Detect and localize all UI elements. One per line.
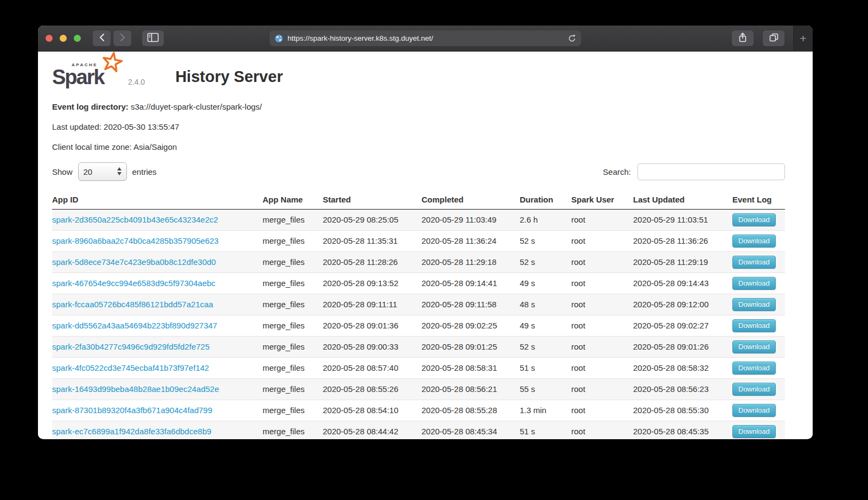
download-button[interactable]: Download [732, 340, 776, 353]
search-label: Search: [603, 167, 631, 176]
applications-table: App IDApp NameStartedCompletedDurationSp… [52, 191, 785, 439]
app-name-cell: merge_files [263, 252, 323, 273]
forward-button[interactable] [113, 30, 131, 46]
last-updated-cell: 2020-05-28 09:12:00 [633, 294, 732, 315]
download-button[interactable]: Download [732, 404, 776, 417]
app-id-link[interactable]: spark-2fa30b4277c9496c9d929fd5fd2fe725 [52, 342, 209, 351]
started-cell: 2020-05-28 09:13:52 [323, 273, 422, 294]
server-info: Event log directory: s3a://duyet-spark-c… [52, 102, 785, 152]
completed-cell: 2020-05-28 11:29:18 [422, 252, 520, 273]
page-title: History Server [175, 69, 283, 87]
download-button[interactable]: Download [732, 319, 776, 332]
spark-user-cell: root [571, 294, 633, 315]
event-log-cell: Download [732, 358, 785, 379]
completed-cell: 2020-05-28 09:14:41 [422, 273, 520, 294]
app-id-link[interactable]: spark-fccaa05726bc485f86121bdd57a21caa [52, 300, 213, 309]
download-button[interactable]: Download [732, 383, 776, 396]
completed-cell: 2020-05-29 11:03:49 [422, 210, 520, 231]
reload-icon[interactable] [568, 34, 576, 43]
spark-user-cell: root [571, 379, 633, 400]
duration-cell: 52 s [520, 337, 571, 358]
app-id-cell: spark-87301b89320f4a3fb671a904c4fad799 [52, 400, 263, 421]
spark-user-cell: root [571, 273, 633, 294]
table-row: spark-87301b89320f4a3fb671a904c4fad799 m… [52, 400, 785, 421]
new-tab-button[interactable]: + [793, 26, 813, 52]
app-id-link[interactable]: spark-87301b89320f4a3fb671a904c4fad799 [52, 406, 212, 415]
entries-per-page-select[interactable]: 20 [78, 162, 127, 181]
app-name-cell: merge_files [263, 210, 323, 231]
last-updated-cell: 2020-05-28 08:56:23 [633, 379, 732, 400]
event-log-cell: Download [732, 231, 785, 252]
address-bar[interactable]: https://spark-history-server.k8s.stg.duy… [270, 30, 581, 46]
sidebar-toggle-button[interactable] [142, 30, 164, 46]
event-log-cell: Download [732, 400, 785, 421]
sidebar-icon [147, 33, 159, 44]
spark-user-cell: root [571, 252, 633, 273]
download-button[interactable]: Download [732, 362, 776, 375]
download-button[interactable]: Download [732, 213, 776, 226]
completed-cell: 2020-05-28 09:02:25 [422, 315, 520, 337]
app-id-cell: spark-8960a6baa2c74b0ca4285b357905e623 [52, 231, 263, 252]
event-log-cell: Download [732, 315, 785, 337]
table-row: spark-2d3650a225cb4091b43e65c43234e2c2 m… [52, 210, 785, 231]
globe-icon [275, 34, 283, 43]
column-header-event-log[interactable]: Event Log [732, 191, 785, 210]
spark-history-page: APACHE Spark 2.4.0 History Server Event … [38, 52, 813, 439]
app-name-cell: merge_files [263, 337, 323, 358]
column-header-completed[interactable]: Completed [422, 191, 520, 210]
back-button[interactable] [93, 30, 111, 46]
app-name-cell: merge_files [263, 400, 323, 421]
spark-version: 2.4.0 [128, 78, 145, 87]
tab-overview-button[interactable] [763, 30, 784, 46]
column-header-last-updated[interactable]: Last Updated [633, 191, 732, 210]
event-log-directory-value: s3a://duyet-spark-cluster/spark-logs/ [131, 102, 262, 111]
share-button[interactable] [732, 30, 754, 46]
app-id-cell: spark-dd5562a43aa54694b223bf890d927347 [52, 315, 263, 337]
table-row: spark-fccaa05726bc485f86121bdd57a21caa m… [52, 294, 785, 315]
started-cell: 2020-05-28 11:35:31 [323, 231, 422, 252]
completed-cell: 2020-05-28 11:36:24 [422, 231, 520, 252]
event-log-cell: Download [732, 273, 785, 294]
table-header-row: App IDApp NameStartedCompletedDurationSp… [52, 191, 785, 210]
entries-control: Show 20 entries [52, 162, 157, 181]
show-label: Show [52, 167, 73, 176]
minimize-window-button[interactable] [60, 35, 67, 42]
duration-cell: 2.6 h [520, 210, 571, 231]
toolbar-right-buttons [732, 30, 784, 46]
close-window-button[interactable] [46, 35, 53, 42]
column-header-spark-user[interactable]: Spark User [571, 191, 633, 210]
app-id-link[interactable]: spark-4fc0522cd3e745ecbaf41b73f97ef142 [52, 363, 209, 372]
duration-cell: 52 s [520, 231, 571, 252]
column-header-app-name[interactable]: App Name [263, 191, 323, 210]
table-row: spark-16493d99beba48b28ae1b09ec24ad52e m… [52, 379, 785, 400]
app-id-link[interactable]: spark-467654e9cc994e6583d9c5f97304aebc [52, 279, 215, 288]
duration-cell: 49 s [520, 273, 571, 294]
app-id-link[interactable]: spark-2d3650a225cb4091b43e65c43234e2c2 [52, 215, 218, 224]
timezone-line: Client local time zone: Asia/Saigon [52, 142, 785, 152]
app-name-cell: merge_files [263, 358, 323, 379]
last-updated-cell: 2020-05-28 08:45:35 [633, 421, 732, 440]
event-log-cell: Download [732, 294, 785, 315]
app-id-link[interactable]: spark-dd5562a43aa54694b223bf890d927347 [52, 321, 217, 330]
event-log-cell: Download [732, 421, 785, 440]
duration-cell: 49 s [520, 315, 571, 337]
event-log-cell: Download [732, 210, 785, 231]
column-header-app-id[interactable]: App ID [52, 191, 263, 210]
download-button[interactable]: Download [732, 256, 776, 269]
column-header-duration[interactable]: Duration [520, 191, 571, 210]
tabs-icon [769, 33, 779, 44]
column-header-started[interactable]: Started [323, 191, 422, 210]
search-input[interactable] [637, 163, 785, 180]
app-id-link[interactable]: spark-16493d99beba48b28ae1b09ec24ad52e [52, 384, 219, 394]
download-button[interactable]: Download [732, 298, 776, 311]
completed-cell: 2020-05-28 08:45:34 [422, 421, 520, 440]
app-id-link[interactable]: spark-8960a6baa2c74b0ca4285b357905e623 [52, 236, 219, 245]
download-button[interactable]: Download [732, 425, 776, 438]
entries-label: entries [132, 167, 157, 176]
download-button[interactable]: Download [732, 277, 776, 290]
search-control: Search: [603, 163, 785, 180]
app-id-link[interactable]: spark-ec7c6899a1f942da8fe33fa6dbdce8b9 [52, 427, 212, 436]
zoom-window-button[interactable] [74, 35, 81, 42]
download-button[interactable]: Download [732, 235, 776, 248]
app-id-link[interactable]: spark-5d8ece734e7c423e9ba0b8c12dfe30d0 [52, 257, 216, 267]
